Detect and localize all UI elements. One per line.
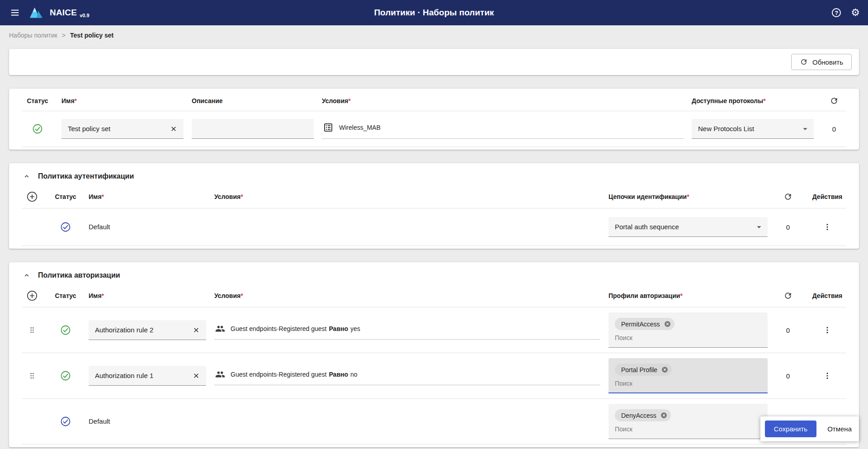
add-circle-icon <box>26 290 38 302</box>
status-toggle[interactable] <box>60 416 71 427</box>
policy-set-row: Wireless_MAB New Protocols List 0 <box>22 111 846 147</box>
collapse-authentication-button[interactable] <box>22 171 32 181</box>
naice-logo-icon <box>29 6 43 19</box>
profile-chip: DenyAccess <box>615 409 671 421</box>
col-conditions: Условия* <box>214 292 600 299</box>
rule-name-input[interactable] <box>89 366 206 386</box>
save-bar: Сохранить Отмена <box>760 416 859 441</box>
hits-count: 0 <box>776 326 800 334</box>
section-title: Политика аутентификации <box>38 172 134 180</box>
profile-chip-label: Portal Profile <box>621 366 657 373</box>
authorization-policy-card: Политика авторизации Статус Имя* Условия… <box>9 262 859 447</box>
brand-name: NAICE <box>50 8 77 18</box>
col-hits <box>776 291 800 300</box>
drag-handle[interactable] <box>28 326 36 335</box>
hits-count: 0 <box>776 372 800 380</box>
collapse-authorization-button[interactable] <box>22 270 32 280</box>
description-input[interactable] <box>192 119 314 139</box>
toolbar-card: Обновить <box>9 49 859 75</box>
status-check-icon <box>32 123 43 134</box>
more-vert-icon <box>823 326 832 335</box>
col-actions: Действия <box>808 292 846 299</box>
chip-remove-button[interactable] <box>660 411 668 419</box>
rule-name-input[interactable] <box>89 320 206 340</box>
app-bar: NAICE v0.9 Политики · Наборы политик ? ⚙ <box>0 0 868 25</box>
status-toggle[interactable] <box>60 325 71 336</box>
policy-set-condition-field[interactable]: Wireless_MAB <box>322 119 684 139</box>
col-identity-sequence: Цепочки идентификации* <box>609 193 768 200</box>
authorization-header-row: Статус Имя* Условия* Профили авторизации… <box>22 282 846 307</box>
hits-count: 0 <box>822 125 846 133</box>
profile-chip: PermitAccess <box>615 318 675 330</box>
row-actions-button[interactable] <box>823 371 832 380</box>
authentication-row: Default Portal auth sequence 0 <box>22 208 846 246</box>
rule-condition-field[interactable]: Guest endpoints·Registered guestРавноno <box>214 367 600 385</box>
chip-remove-button[interactable] <box>664 320 671 328</box>
col-protocols: Доступные протоколы* <box>692 97 814 104</box>
gear-icon: ⚙ <box>851 7 860 18</box>
hits-column-icon <box>783 192 793 201</box>
profile-search-input[interactable]: Поиск <box>615 425 761 433</box>
more-vert-icon <box>823 222 832 232</box>
clear-name-button[interactable] <box>168 123 179 134</box>
condition-text: Wireless_MAB <box>339 124 381 131</box>
status-check-icon <box>60 416 71 427</box>
save-button[interactable]: Сохранить <box>765 421 817 437</box>
menu-button[interactable] <box>8 6 22 19</box>
col-status: Статус <box>51 292 80 299</box>
chip-cancel-icon <box>660 411 668 419</box>
authentication-header-row: Статус Имя* Условия* Цепочки идентификац… <box>22 183 846 208</box>
clear-name-button[interactable] <box>191 370 202 381</box>
status-check-icon <box>60 325 71 336</box>
chip-cancel-icon <box>664 320 671 328</box>
profile-chip-label: PermitAccess <box>621 321 660 328</box>
authorization-row: Guest endpoints·Registered guestРавноno … <box>22 353 846 399</box>
policy-set-card: Статус Имя* Описание Условия* Доступные … <box>9 89 859 150</box>
drag-handle[interactable] <box>28 371 36 380</box>
refresh-icon <box>800 58 808 66</box>
close-icon <box>193 372 200 379</box>
protocols-value: New Protocols List <box>698 125 754 132</box>
profiles-field[interactable]: Portal Profile Поиск <box>609 358 768 393</box>
row-actions-button[interactable] <box>823 222 832 232</box>
chip-remove-button[interactable] <box>661 366 669 373</box>
settings-button[interactable]: ⚙ <box>851 8 860 17</box>
refresh-button[interactable]: Обновить <box>791 54 852 70</box>
page-title: Политики · Наборы политик <box>374 8 494 18</box>
hits-count: 0 <box>776 223 800 231</box>
hits-column-icon <box>783 291 793 300</box>
policy-set-name-input[interactable] <box>61 119 184 139</box>
refresh-label: Обновить <box>812 58 843 66</box>
col-name: Имя* <box>89 193 206 200</box>
identity-sequence-value: Portal auth sequence <box>615 223 679 231</box>
profile-search-input[interactable]: Поиск <box>615 334 761 341</box>
status-check-icon <box>60 222 71 232</box>
condition-text: Guest endpoints·Registered guestРавноyes <box>231 325 360 332</box>
breadcrumb-current: Test policy set <box>70 32 113 39</box>
identity-sequence-select[interactable]: Portal auth sequence <box>609 217 768 237</box>
profile-chip-label: DenyAccess <box>621 412 656 419</box>
profiles-field[interactable]: DenyAccess Поиск <box>609 404 768 439</box>
hits-column-icon <box>830 96 839 105</box>
close-icon <box>170 125 177 132</box>
breadcrumb-parent-link[interactable]: Наборы политик <box>9 32 57 39</box>
col-conditions: Условия* <box>322 97 684 104</box>
rule-name: Default <box>89 223 110 231</box>
protocols-select[interactable]: New Protocols List <box>692 119 814 139</box>
profiles-field[interactable]: PermitAccess Поиск <box>609 312 768 348</box>
rule-condition-field[interactable]: Guest endpoints·Registered guestРавноyes <box>214 321 600 340</box>
add-authorization-rule-button[interactable] <box>26 290 38 302</box>
status-toggle[interactable] <box>60 370 71 381</box>
help-button[interactable]: ? <box>832 8 841 17</box>
row-actions-button[interactable] <box>823 326 832 335</box>
clear-name-button[interactable] <box>191 325 202 336</box>
add-authentication-rule-button[interactable] <box>26 191 38 203</box>
status-toggle[interactable] <box>32 123 43 134</box>
cancel-button[interactable]: Отмена <box>827 425 852 433</box>
profile-search-input[interactable]: Поиск <box>615 380 761 387</box>
identity-group-icon <box>215 324 225 334</box>
section-title: Политика авторизации <box>38 271 120 279</box>
col-hits <box>822 96 846 105</box>
status-toggle[interactable] <box>60 222 71 232</box>
drag-dots-icon <box>28 371 36 380</box>
